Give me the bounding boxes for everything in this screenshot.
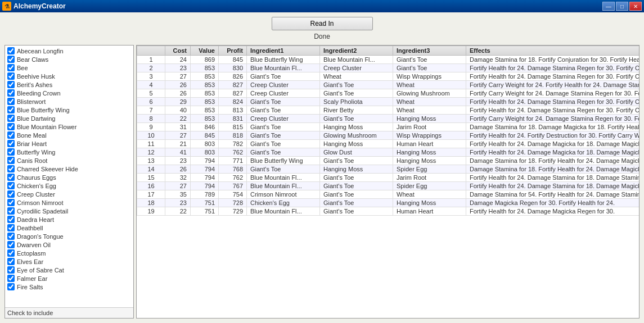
ingredient-item[interactable]: Cyrodilic Spadetail xyxy=(6,207,132,215)
ingredient-checkbox[interactable] xyxy=(7,140,15,147)
ingredient-checkbox[interactable] xyxy=(7,216,15,223)
ingredient-item[interactable]: Ectoplasm xyxy=(6,249,132,257)
ingredient-item[interactable]: Blue Butterfly Wing xyxy=(6,106,132,114)
table-cell: 4 xyxy=(137,81,165,89)
table-row[interactable]: 526853827Creep ClusterGiant's ToeGlowing… xyxy=(137,89,640,98)
ingredient-item[interactable]: Briar Heart xyxy=(6,139,132,148)
read-in-button[interactable]: Read In xyxy=(272,17,373,30)
table-cell: Hanging Moss xyxy=(320,123,393,131)
table-row[interactable]: 1627794767Blue Mountain Fl...Giant's Toe… xyxy=(137,182,640,190)
ingredient-item[interactable]: Bee xyxy=(6,63,132,72)
ingredient-checkbox[interactable] xyxy=(7,266,15,274)
table-row[interactable]: 629853824Giant's ToeScaly PholiotaWheatF… xyxy=(137,98,640,106)
table-cell: Giant's Toe xyxy=(247,165,320,174)
table-row[interactable]: 1532794762Blue Mountain Fl...Giant's Toe… xyxy=(137,174,640,182)
col-header-ing3[interactable]: Ingredient3 xyxy=(393,46,466,56)
results-table: Cost Value Profit Ingredient1 Ingredient… xyxy=(137,46,640,216)
table-row[interactable]: 931846815Giant's ToeHanging MossJarim Ro… xyxy=(137,123,640,131)
table-cell: Giant's Toe xyxy=(320,81,393,89)
table-container[interactable]: Cost Value Profit Ingredient1 Ingredient… xyxy=(136,45,640,319)
ingredient-item[interactable]: Falmer Ear xyxy=(6,274,132,283)
ingredient-checkbox[interactable] xyxy=(7,233,15,240)
table-cell: 768 xyxy=(219,165,247,174)
maximize-button[interactable]: □ xyxy=(616,2,628,11)
ingredient-checkbox[interactable] xyxy=(7,148,15,156)
table-row[interactable]: 1922751729Blue Mountain Fl...Giant's Toe… xyxy=(137,207,640,216)
ingredient-checkbox[interactable] xyxy=(7,241,15,248)
table-cell: Fortify Health for 24. Damage Magicka Re… xyxy=(466,207,640,216)
ingredient-checkbox[interactable] xyxy=(7,47,15,54)
table-row[interactable]: 1241803762Giant's ToeGlow DustHanging Mo… xyxy=(137,148,640,157)
ingredient-item[interactable]: Berit's Ashes xyxy=(6,80,132,89)
ingredient-item[interactable]: Blisterwort xyxy=(6,97,132,106)
ingredient-item[interactable]: Canis Root xyxy=(6,156,132,165)
ingredient-checkbox[interactable] xyxy=(7,64,15,71)
ingredient-checkbox[interactable] xyxy=(7,157,15,164)
ingredient-checkbox[interactable] xyxy=(7,106,15,113)
ingredient-item[interactable]: Beehive Husk xyxy=(6,72,132,80)
ingredient-item[interactable]: Abecean Longfin xyxy=(6,47,132,55)
ingredient-checkbox[interactable] xyxy=(7,190,15,198)
ingredient-checkbox[interactable] xyxy=(7,283,15,290)
ingredient-item[interactable]: Chicken's Egg xyxy=(6,181,132,190)
col-header-cost[interactable]: Cost xyxy=(165,46,191,56)
ingredient-checkbox[interactable] xyxy=(7,182,15,189)
ingredient-item[interactable]: Crimson Nimroot xyxy=(6,198,132,207)
table-row[interactable]: 426853827Creep ClusterGiant's ToeWheatFo… xyxy=(137,81,640,89)
ingredient-checkbox[interactable] xyxy=(7,275,15,282)
table-row[interactable]: 223853830Blue Mountain Fl...Creep Cluste… xyxy=(137,64,640,72)
ingredient-item[interactable]: Chaurus Eggs xyxy=(6,173,132,181)
ingredient-item[interactable]: Charred Skeever Hide xyxy=(6,165,132,173)
col-header-effects[interactable]: Effects xyxy=(466,46,640,56)
ingredient-item[interactable]: Dwarven Oil xyxy=(6,240,132,249)
col-header-ing1[interactable]: Ingredient1 xyxy=(247,46,320,56)
ingredient-checkbox[interactable] xyxy=(7,131,15,139)
ingredient-item[interactable]: Bear Claws xyxy=(6,55,132,63)
col-header-value[interactable]: Value xyxy=(191,46,219,56)
ingredient-checkbox[interactable] xyxy=(7,89,15,97)
col-header-ing2[interactable]: Ingredient2 xyxy=(320,46,393,56)
col-header-profit[interactable]: Profit xyxy=(219,46,247,56)
ingredient-item[interactable]: Fire Salts xyxy=(6,283,132,291)
ingredient-checkbox[interactable] xyxy=(7,174,15,181)
table-row[interactable]: 1027845818Giant's ToeGlowing MushroomWis… xyxy=(137,131,640,140)
ingredient-checkbox[interactable] xyxy=(7,165,15,172)
ingredient-checkbox[interactable] xyxy=(7,207,15,215)
ingredient-checkbox[interactable] xyxy=(7,258,15,265)
table-row[interactable]: 1735789754Crimson NimrootGiant's ToeWhea… xyxy=(137,190,640,199)
ingredient-item[interactable]: Bone Meal xyxy=(6,131,132,139)
ingredient-item[interactable]: Bleeding Crown xyxy=(6,89,132,97)
table-row[interactable]: 1121803782Giant's ToeHanging MossHuman H… xyxy=(137,140,640,148)
table-cell: 869 xyxy=(191,56,219,64)
table-row[interactable]: 822853831Creep ClusterGiant's ToeHanging… xyxy=(137,115,640,123)
ingredient-checkbox[interactable] xyxy=(7,249,15,257)
ingredient-checkbox[interactable] xyxy=(7,123,15,130)
ingredient-item[interactable]: Butterfly Wing xyxy=(6,148,132,156)
table-row[interactable]: 327853826Giant's ToeWheatWisp WrappingsF… xyxy=(137,72,640,81)
ingredient-checkbox[interactable] xyxy=(7,56,15,63)
ingredient-checkbox[interactable] xyxy=(7,115,15,122)
ingredient-item[interactable]: Creep Cluster xyxy=(6,190,132,198)
ingredient-item[interactable]: Blue Dartwing xyxy=(6,114,132,122)
minimize-button[interactable]: — xyxy=(602,2,615,11)
ingredient-list[interactable]: Abecean LongfinBear ClawsBeeBeehive Husk… xyxy=(5,46,133,307)
table-row[interactable]: 124869845Blue Butterfly WingBlue Mountai… xyxy=(137,56,640,64)
table-row[interactable]: 1823751728Chicken's EggGiant's ToeHangin… xyxy=(137,199,640,207)
table-row[interactable]: 1323794771Blue Butterfly WingGiant's Toe… xyxy=(137,157,640,165)
close-button[interactable]: ✕ xyxy=(629,2,642,11)
ingredient-item[interactable]: Elves Ear xyxy=(6,257,132,266)
table-cell: Wheat xyxy=(320,72,393,81)
ingredient-checkbox[interactable] xyxy=(7,72,15,80)
ingredient-item[interactable]: Eye of Sabre Cat xyxy=(6,266,132,274)
ingredient-item[interactable]: Deathbell xyxy=(6,224,132,232)
ingredient-checkbox[interactable] xyxy=(7,224,15,231)
ingredient-checkbox[interactable] xyxy=(7,81,15,88)
ingredient-item[interactable]: Dragon's Tongue xyxy=(6,232,132,240)
col-header-num[interactable] xyxy=(137,46,165,56)
ingredient-item[interactable]: Blue Mountain Flower xyxy=(6,122,132,131)
table-row[interactable]: 1426794768Giant's ToeHanging MossSpider … xyxy=(137,165,640,174)
ingredient-item[interactable]: Daedra Heart xyxy=(6,215,132,224)
ingredient-checkbox[interactable] xyxy=(7,98,15,105)
table-row[interactable]: 740853813Giant's ToeRiver BettyWheatFort… xyxy=(137,106,640,115)
ingredient-checkbox[interactable] xyxy=(7,199,15,206)
